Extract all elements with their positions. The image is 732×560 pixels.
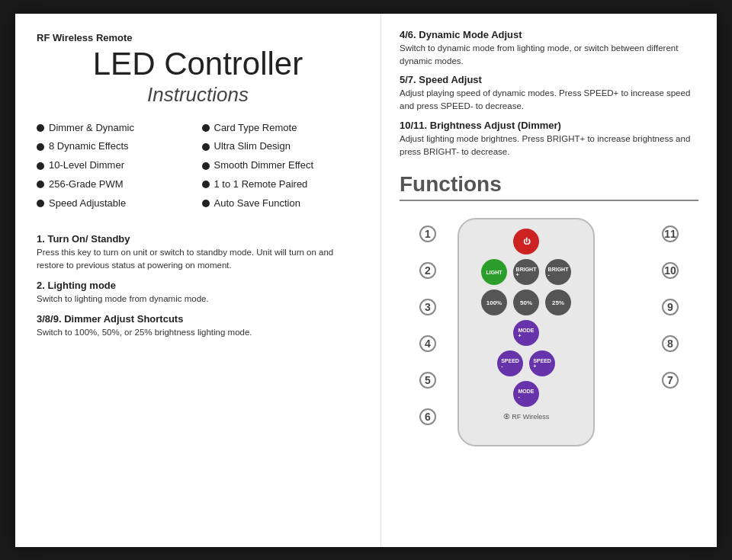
right-text-1: Adjust playing speed of dynamic modes. P… [400,87,698,114]
remote-row-1: ⏻ [467,229,586,254]
feature-col1-3: 256-Grade PWM [37,177,194,193]
feature-text: Smooth Dimmer Effect [214,158,314,174]
feature-col2-3: 1 to 1 Remote Paired [202,177,360,193]
remote-container: 1 2 3 4 5 6 ⏻ LIGHT BRIGHT+ [400,210,698,532]
remote-row-3: 100% 50% 25% [467,290,586,315]
bullet [37,124,44,132]
num-6: 6 [419,408,436,425]
feature-col2-0: Card Type Remote [202,120,360,136]
feature-col2-2: Smooth Dimmer Effect [202,158,360,174]
bullet [202,143,210,151]
feature-col1-4: Speed Adjustable [37,196,194,212]
remote-row-2: LIGHT BRIGHT+ BRIGHT- [467,259,586,285]
led-title: LED Controller [37,46,359,82]
num-10: 10 [662,262,679,279]
left-panel: RF Wireless Remote LED Controller Instru… [15,14,381,547]
mode-minus-button[interactable]: MODE- [513,381,539,407]
remote-wrapper: 1 2 3 4 5 6 ⏻ LIGHT BRIGHT+ [419,210,679,462]
feature-text: 8 Dynamic Effects [49,139,129,155]
bullet [202,200,210,207]
feature-text: Ultra Slim Design [214,139,291,155]
functions-title: Functions [400,172,698,201]
feature-text: Card Type Remote [214,120,297,136]
btn-25[interactable]: 25% [545,290,571,315]
left-text-0: Press this key to turn on unit or switch… [37,246,359,273]
remote-body: ⏻ LIGHT BRIGHT+ BRIGHT- 100% 50% 25% [458,218,595,446]
remote-row-6: MODE- [467,381,586,407]
left-text-2: Switch to 100%, 50%, or 25% brightness l… [37,326,359,339]
speed-plus-button[interactable]: SPEED+ [529,350,555,376]
left-heading-2: 3/8/9. Dimmer Adjust Shortcuts [37,313,359,325]
left-heading-1: 2. Lighting mode [37,280,359,291]
num-4: 4 [419,335,436,352]
feature-col2-1: Ultra Slim Design [202,139,360,155]
remote-row-5: SPEED- SPEED+ [467,350,586,376]
features-grid: Dimmer & DynamicCard Type Remote8 Dynami… [37,120,359,212]
feature-text: Speed Adjustable [49,196,126,212]
light-button[interactable]: LIGHT [481,259,507,285]
num-1: 1 [419,226,436,242]
num-8: 8 [662,335,679,352]
bullet [202,181,210,188]
bullet [37,181,44,188]
btn-100[interactable]: 100% [481,290,507,315]
right-panel: 4/6. Dynamic Mode AdjustSwitch to dynami… [381,14,717,547]
num-9: 9 [662,299,679,315]
left-instructions: 1. Turn On/ StandbyPress this key to tur… [37,226,359,529]
num-3: 3 [419,299,436,315]
bright-plus-button[interactable]: BRIGHT+ [513,259,539,285]
bullet [202,124,210,132]
left-numbers: 1 2 3 4 5 6 [419,226,436,425]
num-7: 7 [662,372,679,389]
feature-col1-2: 10-Level Dimmer [37,158,194,174]
feature-text: Auto Save Function [214,196,300,212]
btn-50[interactable]: 50% [513,290,539,315]
bullet [202,162,210,170]
left-text-1: Switch to lighting mode from dynamic mod… [37,293,359,306]
remote-wifi-label: ⦿ RF Wireless [503,413,550,421]
page: RF Wireless Remote LED Controller Instru… [15,14,717,547]
right-text-0: Switch to dynamic mode from lighting mod… [400,42,698,69]
left-heading-0: 1. Turn On/ Standby [37,233,359,245]
remote-row-4: MODE+ [467,320,586,346]
right-heading-2: 10/11. Brightness Adjust (Dimmer) [400,120,698,131]
num-11: 11 [662,226,679,242]
num-2: 2 [419,262,436,279]
right-numbers: 11 10 9 8 7 [662,226,679,389]
instructions-subtitle: Instructions [37,83,359,107]
right-instr-1: 5/7. Speed AdjustAdjust playing speed of… [400,74,698,114]
feature-text: 10-Level Dimmer [49,158,124,174]
right-heading-0: 4/6. Dynamic Mode Adjust [400,29,698,40]
bullet [37,200,44,207]
speed-minus-button[interactable]: SPEED- [497,350,523,376]
feature-text: 1 to 1 Remote Paired [214,177,308,193]
bright-minus-button[interactable]: BRIGHT- [545,259,571,285]
right-text-2: Adjust lighting mode brightnes. Press BR… [400,133,698,159]
feature-col1-0: Dimmer & Dynamic [37,120,194,136]
power-button[interactable]: ⏻ [513,229,539,254]
rf-label: RF Wireless Remote [37,32,359,43]
bullet [37,162,44,170]
bullet [37,143,44,151]
feature-text: Dimmer & Dynamic [49,120,134,136]
right-heading-1: 5/7. Speed Adjust [400,74,698,85]
num-5: 5 [419,372,436,389]
right-instructions-list: 4/6. Dynamic Mode AdjustSwitch to dynami… [400,29,698,165]
feature-col1-1: 8 Dynamic Effects [37,139,194,155]
mode-plus-button[interactable]: MODE+ [513,320,539,346]
feature-col2-4: Auto Save Function [202,196,360,212]
right-instr-2: 10/11. Brightness Adjust (Dimmer)Adjust … [400,120,698,159]
feature-text: 256-Grade PWM [49,177,124,193]
right-instr-0: 4/6. Dynamic Mode AdjustSwitch to dynami… [400,29,698,69]
